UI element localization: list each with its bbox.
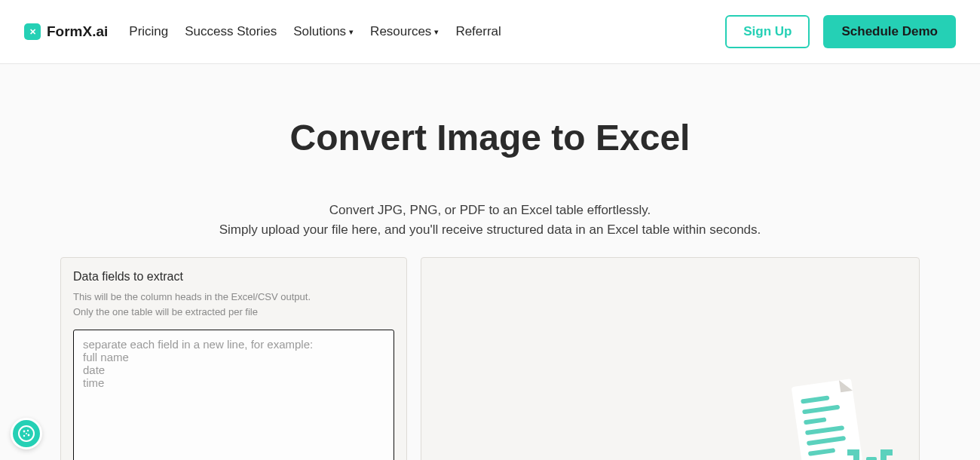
svg-point-12 [23,431,26,433]
site-header: FormX.ai Pricing Success Stories Solutio… [0,0,980,64]
fields-hint-line2: Only the one table will be extracted per… [73,305,394,320]
main-nav: Pricing Success Stories Solutions ▾ Reso… [129,24,501,39]
svg-point-16 [26,433,27,434]
nav-referral[interactable]: Referral [455,24,501,39]
brand-name: FormX.ai [47,23,108,40]
nav-success-stories-label: Success Stories [185,24,277,39]
nav-solutions[interactable]: Solutions ▾ [293,24,354,39]
nav-resources[interactable]: Resources ▾ [370,24,439,39]
hero-subtitle-line2: Simply upload your file here, and you'll… [113,220,867,240]
svg-rect-0 [792,379,863,460]
fields-heading: Data fields to extract [73,270,394,284]
signup-button[interactable]: Sign Up [725,15,810,48]
nav-solutions-label: Solutions [293,24,346,39]
header-left: FormX.ai Pricing Success Stories Solutio… [24,23,501,40]
hero-subtitle-line1: Convert JPG, PNG, or PDF to an Excel tab… [113,201,867,220]
schedule-demo-button[interactable]: Schedule Demo [823,15,956,48]
fields-hint-line1: This will be the column heads in the Exc… [73,290,394,305]
fields-hint: This will be the column heads in the Exc… [73,290,394,319]
main-content: Convert Image to Excel Convert JPG, PNG,… [0,64,980,460]
svg-point-13 [27,430,29,431]
page-title: Convert Image to Excel [113,117,867,158]
chevron-down-icon: ▾ [434,27,439,37]
brand-logo[interactable]: FormX.ai [24,23,108,40]
nav-resources-label: Resources [370,24,431,39]
svg-point-14 [28,434,30,437]
brand-logo-icon [24,23,41,40]
header-right: Sign Up Schedule Demo [725,15,956,48]
nav-pricing[interactable]: Pricing [129,24,168,39]
upload-panel[interactable] [421,257,920,460]
fields-textarea[interactable] [73,330,394,460]
fields-panel: Data fields to extract This will be the … [60,257,407,460]
nav-pricing-label: Pricing [129,24,168,39]
cookie-icon [17,425,35,443]
nav-referral-label: Referral [455,24,501,39]
document-camera-icon [776,375,896,460]
cookie-settings-button[interactable] [11,418,42,449]
chevron-down-icon: ▾ [349,27,354,37]
nav-success-stories[interactable]: Success Stories [185,24,277,39]
hero: Convert Image to Excel Convert JPG, PNG,… [113,117,867,239]
svg-rect-9 [866,457,877,460]
tool-panels: Data fields to extract This will be the … [53,257,927,460]
svg-point-15 [23,435,25,437]
